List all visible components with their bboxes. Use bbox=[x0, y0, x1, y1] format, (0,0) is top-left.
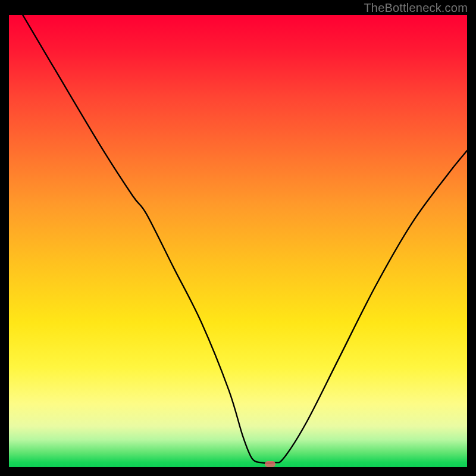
watermark-text: TheBottleneck.com bbox=[364, 1, 468, 15]
plot-area bbox=[9, 15, 467, 467]
bottleneck-curve bbox=[9, 15, 467, 467]
chart-stage: TheBottleneck.com bbox=[0, 0, 476, 476]
optimal-marker bbox=[265, 461, 275, 467]
